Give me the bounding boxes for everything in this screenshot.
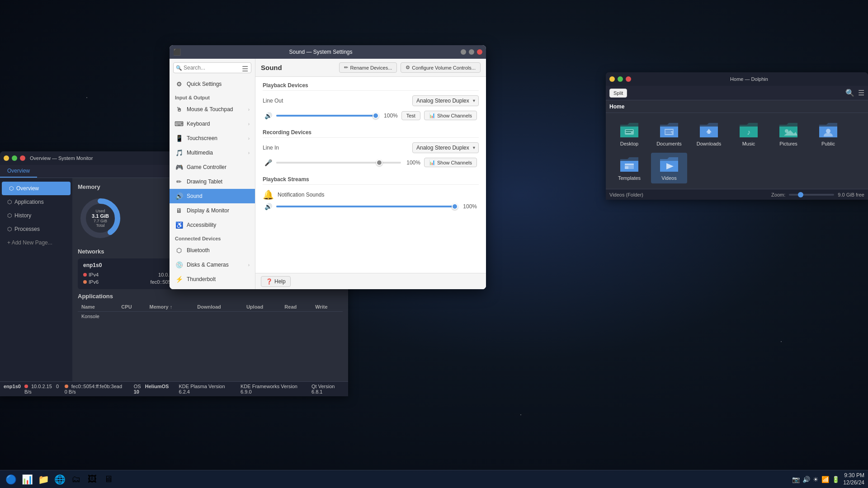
sidebar-item-display-monitor[interactable]: 🖥 Display & Monitor [170,203,255,218]
taskbar-kde-menu[interactable]: 🔵 [4,472,18,487]
sound-maximize-btn[interactable]: □ [469,49,474,55]
taskbar-capture-icon[interactable]: 📷 [792,476,800,483]
dolphin-maximize-btn[interactable]: □ [618,76,623,82]
zoom-slider[interactable] [789,194,834,196]
sidebar-item-accessibility[interactable]: ♿ Accessibility [170,218,255,232]
app-read [281,312,311,321]
sysmon-close-btn[interactable]: ✕ [20,155,25,161]
channels-icon-2: 📊 [429,160,435,165]
sidebar-item-mouse-touchpad[interactable]: 🖱 Mouse & Touchpad › [170,102,255,117]
line-out-volume-slider[interactable] [276,115,378,117]
col-memory[interactable]: Memory ↑ [146,302,194,312]
sidebar-menu-btn[interactable]: ☰ [239,62,251,75]
taskbar-brightness-icon[interactable]: ☀ [813,476,819,483]
line-in-select[interactable]: Analog Stereo Duplex [412,142,479,153]
taskbar-dolphin[interactable]: 📁 [36,472,51,487]
file-item-desktop[interactable]: Desktop [611,118,647,149]
file-item-templates[interactable]: Templates [611,153,647,183]
taskbar-clock[interactable]: 9:30 PM 12/26/24 [843,472,864,486]
app-upload [243,312,281,321]
taskbar-terminal[interactable]: 🖥 [101,472,116,487]
help-btn[interactable]: ❓ Help [261,276,291,287]
sysmon-nav-processes[interactable]: ⬡ Processes [0,222,72,236]
test-btn[interactable]: Test [401,111,420,120]
line-in-mute-icon[interactable]: 🎤 [264,159,273,166]
dolphin-split-btn[interactable]: Split [609,89,627,98]
taskbar-settings[interactable]: 🖼 [85,472,99,487]
kde-frameworks-info: KDE Frameworks Version 6.9.0 [241,384,302,394]
notif-mute-icon[interactable]: 🔊 [264,203,273,210]
taskbar-volume-icon[interactable]: 🔊 [802,476,810,483]
file-item-downloads[interactable]: Downloads [691,118,727,149]
sidebar-item-keyboard[interactable]: ⌨ Keyboard › [170,117,255,131]
file-item-pictures[interactable]: Pictures [770,118,807,149]
file-item-videos[interactable]: Videos [651,153,687,183]
sysmon-minimize-btn[interactable]: — [4,155,9,161]
sidebar-item-touchscreen[interactable]: 📱 Touchscreen › [170,131,255,145]
taskbar-battery-icon[interactable]: 🔋 [832,476,840,483]
file-item-music[interactable]: ♪ Music [731,118,767,149]
rename-devices-btn[interactable]: ✏ Rename Devices... [339,62,397,73]
notification-sounds-row: 🔔 Notification Sounds [263,189,479,200]
sysmon-title: Overview — System Monitor [30,155,93,161]
sidebar-item-sound[interactable]: 🔊 Sound [170,189,255,203]
file-item-documents[interactable]: Documents [651,118,687,149]
taskbar-left: 🔵 📊 📁 🌐 🗂 🖼 🖥 [4,472,792,487]
sidebar-item-multimedia[interactable]: 🎵 Multimedia › [170,145,255,160]
dolphin-menu-icon[interactable]: ☰ [858,89,864,97]
table-row[interactable]: Konsole [78,312,343,321]
sidebar-item-drawing-tablet[interactable]: ✏ Drawing Tablet [170,174,255,189]
folder-icon-documents [658,121,680,139]
dolphin-close-btn[interactable]: ✕ [626,76,631,82]
sidebar-item-thunderbolt[interactable]: ⚡ Thunderbolt [170,272,255,286]
sound-minimize-btn[interactable]: — [461,49,466,55]
col-download[interactable]: Download [193,302,243,312]
playback-devices-title: Playback Devices [263,82,479,91]
memory-donut-chart: Used 3.1 GiB 7.7 GiB Total [78,196,123,241]
line-in-volume-slider[interactable] [276,162,401,164]
sound-header-bar: Sound ✏ Rename Devices... ⚙ Configure Vo… [255,59,486,77]
taskbar-sysmon[interactable]: 📊 [20,472,34,487]
processes-icon: ⬡ [7,226,12,232]
line-in-select-wrapper: Analog Stereo Duplex [412,142,479,153]
sysmon-add-page[interactable]: + Add New Page... [0,236,72,249]
file-item-public[interactable]: Public [810,118,846,149]
col-read[interactable]: Read [281,302,311,312]
dolphin-minimize-btn[interactable]: — [609,76,615,82]
ipv6-label: IPv6 [89,279,99,285]
col-write[interactable]: Write [311,302,343,312]
rename-icon: ✏ [344,65,348,70]
line-in-volume-pct: 100% [405,160,420,166]
sidebar-item-game-controller[interactable]: 🎮 Game Controller [170,160,255,174]
sound-sidebar: 🔍 ☰ ⚙ Quick Settings Input & Output 🖱 Mo… [170,59,255,289]
sysmon-maximize-btn[interactable]: □ [12,155,17,161]
sysmon-tab-overview[interactable]: Overview [0,165,37,178]
keyboard-icon: ⌨ [175,120,183,128]
sidebar-item-kde-connect[interactable]: 📡 KDE Connect [170,286,255,289]
taskbar-network-icon[interactable]: 📶 [821,476,829,483]
arrow-icon: › [248,136,250,141]
taskbar-browser[interactable]: 🌐 [52,472,67,487]
show-channels-btn-recording[interactable]: 📊 Show Channels [424,158,477,167]
app-write [311,312,343,321]
sysmon-nav-history[interactable]: ⬡ History [0,209,72,222]
show-channels-btn-playback[interactable]: 📊 Show Channels [424,111,477,120]
dolphin-search-icon[interactable]: 🔍 [845,89,854,97]
col-upload[interactable]: Upload [243,302,281,312]
taskbar-files[interactable]: 🗂 [69,472,83,487]
configure-volume-btn[interactable]: ⚙ Configure Volume Controls... [401,62,481,73]
col-name[interactable]: Name [78,302,118,312]
col-cpu[interactable]: CPU [118,302,146,312]
line-out-mute-icon[interactable]: 🔊 [264,112,273,119]
sidebar-item-disks-cameras[interactable]: 💿 Disks & Cameras › [170,258,255,272]
notif-volume-slider[interactable] [276,206,458,207]
dolphin-files: Desktop Documents Downloads [606,113,868,189]
line-out-select[interactable]: Analog Stereo Duplex [412,95,479,106]
accessibility-icon: ♿ [175,221,183,229]
sidebar-item-quick-settings[interactable]: ⚙ Quick Settings [170,77,255,91]
dolphin-location: Home [609,103,624,110]
sysmon-nav-applications[interactable]: ⬡ Applications [0,195,72,209]
sidebar-item-bluetooth[interactable]: ⬡ Bluetooth [170,243,255,258]
sysmon-nav-overview[interactable]: ⬡ Overview [2,182,71,195]
sound-close-btn[interactable]: ✕ [477,49,482,55]
